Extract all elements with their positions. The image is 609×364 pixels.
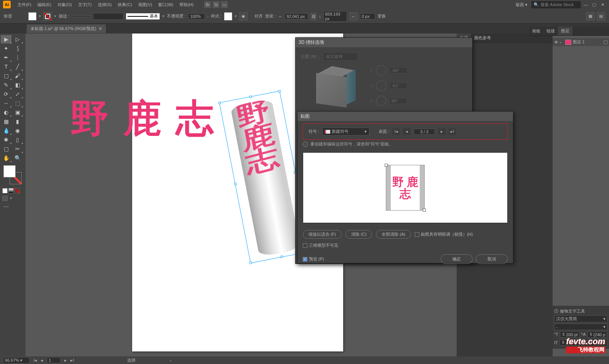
- maximize-icon[interactable]: ▢: [591, 2, 598, 7]
- panel-toggle2-icon[interactable]: ▤: [597, 12, 605, 21]
- first-artboard-icon[interactable]: I◂: [34, 358, 37, 363]
- lasso-tool[interactable]: ⟆: [12, 44, 23, 53]
- scale-to-fit-button[interactable]: 缩放以适合 (F): [303, 230, 342, 239]
- pen-tool[interactable]: ✒: [1, 53, 11, 62]
- layer-row[interactable]: 👁 › 图层 1: [553, 38, 609, 46]
- eraser-tool[interactable]: ◧: [12, 81, 23, 89]
- artboard-tool[interactable]: ▢: [1, 145, 11, 153]
- gradient-mode-icon[interactable]: [8, 188, 14, 193]
- magic-wand-tool[interactable]: ✦: [1, 44, 11, 53]
- cancel-button[interactable]: 取消: [476, 254, 508, 264]
- target-icon[interactable]: [604, 40, 607, 44]
- eyedropper-tool[interactable]: 💧: [1, 126, 11, 135]
- symbol-dropdown[interactable]: 新建符号 ▾: [322, 128, 369, 136]
- menu-file[interactable]: 文件(F): [15, 1, 34, 8]
- shape-builder-tool[interactable]: ◐: [1, 108, 11, 117]
- align-label[interactable]: 对齐: [254, 13, 263, 19]
- menu-window[interactable]: 窗口(W): [156, 1, 176, 8]
- gradient-tool[interactable]: ▮: [12, 117, 23, 126]
- last-artboard-icon[interactable]: ▸I: [70, 358, 74, 363]
- chevron-down-icon[interactable]: ▾: [8, 196, 14, 201]
- menu-help[interactable]: 帮助(H): [177, 1, 196, 8]
- first-surface-icon[interactable]: I◂: [392, 128, 400, 135]
- width-input[interactable]: 92.041 px: [285, 13, 308, 19]
- rotate-tool[interactable]: ⟳: [1, 90, 11, 98]
- transform-label[interactable]: 变换: [377, 13, 386, 19]
- hand-tool[interactable]: ✋: [1, 154, 11, 162]
- panel-toggle-icon[interactable]: ▦: [586, 12, 595, 21]
- ok-button[interactable]: 确定: [441, 254, 473, 264]
- arrange-icon[interactable]: ▭: [221, 1, 228, 8]
- rot-z-dial[interactable]: [376, 96, 387, 106]
- slice-tool[interactable]: ✂: [12, 145, 23, 153]
- rotation-cube[interactable]: [316, 68, 354, 106]
- layer-name[interactable]: 图层 1: [573, 39, 585, 45]
- stock-icon[interactable]: St: [213, 1, 219, 8]
- opacity-input[interactable]: 100%: [188, 13, 205, 19]
- style-swatch[interactable]: [224, 12, 232, 21]
- next-artboard-icon[interactable]: ▸: [64, 358, 67, 363]
- rot-z-input[interactable]: 68°: [390, 98, 407, 104]
- close-icon[interactable]: ✕: [599, 2, 606, 7]
- stroke-profile-dropdown[interactable]: 基本: [126, 13, 160, 20]
- perspective-tool[interactable]: ▣: [12, 108, 23, 117]
- width-tool[interactable]: ↔: [1, 99, 11, 107]
- menu-edit[interactable]: 编辑(E): [35, 1, 54, 8]
- menu-effect[interactable]: 效果(C): [115, 1, 134, 8]
- workspace-dropdown[interactable]: 版面 ▾: [513, 1, 530, 8]
- screen-mode-icon[interactable]: [2, 196, 8, 201]
- next-surface-icon[interactable]: ▸: [438, 128, 446, 135]
- link-wh-icon[interactable]: ⛓: [310, 13, 316, 20]
- line-tool[interactable]: ╱: [12, 62, 23, 71]
- touch-type-icon[interactable]: Ⓣ: [554, 308, 558, 314]
- visibility-icon[interactable]: 👁: [554, 40, 558, 45]
- artboard-nav-input[interactable]: 1: [47, 357, 61, 363]
- type-tool[interactable]: T: [1, 62, 11, 71]
- color-mode-icon[interactable]: [2, 188, 8, 193]
- blend-tool[interactable]: ◉: [12, 126, 23, 135]
- map-preview[interactable]: 野 鹿 志: [303, 152, 508, 223]
- corner-icon[interactable]: ⌐: [349, 12, 358, 21]
- last-surface-icon[interactable]: ▸I: [449, 128, 456, 135]
- vwidth-dropdown[interactable]: [93, 13, 123, 20]
- stroke-swatch[interactable]: [43, 12, 52, 21]
- preview-checkbox[interactable]: ✓预览 (P): [303, 256, 324, 262]
- tab-close-icon[interactable]: ✕: [99, 26, 102, 31]
- fill-swatch[interactable]: [28, 12, 37, 21]
- invisible-checkbox[interactable]: 三维模型不可见: [303, 243, 338, 248]
- menu-view[interactable]: 视图(V): [136, 1, 155, 8]
- edit-toolbar-icon[interactable]: ⋯: [1, 203, 11, 211]
- rot-y-dial[interactable]: [376, 80, 387, 91]
- shaper-tool[interactable]: ✎: [1, 81, 11, 89]
- shade-checkbox[interactable]: 贴图具有明暗调（较慢）(H): [415, 231, 473, 237]
- position-dropdown[interactable]: 自定旋转: [323, 53, 358, 61]
- recolor-icon[interactable]: ◉: [239, 12, 248, 21]
- direct-selection-tool[interactable]: ▷: [12, 35, 23, 43]
- stroke-width-input[interactable]: [72, 16, 91, 17]
- selection-tool[interactable]: ▶: [1, 35, 11, 43]
- font-weight-dropdown[interactable]: -▾: [554, 324, 607, 330]
- fill-indicator[interactable]: [3, 165, 16, 177]
- menu-type[interactable]: 文字(T): [76, 1, 94, 8]
- links-tab[interactable]: 链接: [543, 27, 558, 35]
- menu-object[interactable]: 对象(O): [55, 1, 74, 8]
- search-input[interactable]: 🔍搜索 Adobe Stock: [531, 1, 581, 8]
- color-guide-tab[interactable]: 颜色参考: [471, 34, 494, 42]
- layers-tab[interactable]: 图层: [558, 27, 572, 35]
- corner-input[interactable]: 0 px: [360, 13, 375, 19]
- scale-tool[interactable]: ⤢: [12, 90, 23, 98]
- curvature-tool[interactable]: ⦚: [12, 53, 23, 62]
- rectangle-tool[interactable]: ▢: [1, 72, 11, 80]
- zoom-dropdown[interactable]: 66.67% ▾: [3, 357, 30, 364]
- rot-x-input[interactable]: -65°: [390, 67, 407, 73]
- canvas-text-object[interactable]: 野 鹿 志: [70, 93, 216, 144]
- rot-y-input[interactable]: -61°: [390, 83, 407, 89]
- mesh-tool[interactable]: ▦: [1, 117, 11, 126]
- font-family-dropdown[interactable]: 汉仪大黑简▾: [554, 315, 607, 322]
- clear-button[interactable]: 清除 (C): [345, 230, 372, 239]
- free-transform-tool[interactable]: ⬚: [12, 99, 23, 107]
- minimize-icon[interactable]: —: [582, 2, 589, 7]
- none-mode-icon[interactable]: [14, 188, 20, 193]
- mapped-symbol[interactable]: 野 鹿 志: [386, 165, 425, 211]
- artboards-tab[interactable]: 画板: [529, 27, 543, 35]
